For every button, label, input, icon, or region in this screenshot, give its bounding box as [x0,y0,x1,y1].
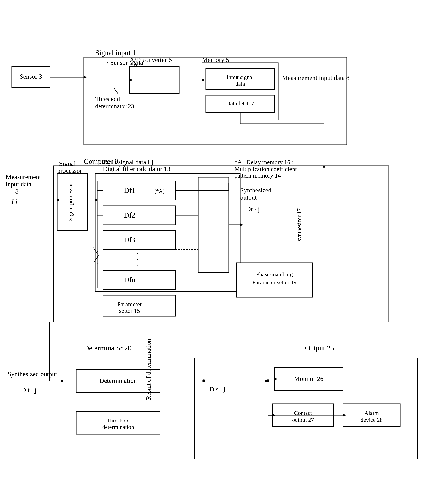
svg-text:Result of determination: Result of determination [145,339,152,400]
svg-text:/ Sensor signal: / Sensor signal [107,59,145,66]
svg-text:Measurement input data 8: Measurement input data 8 [282,74,350,81]
svg-marker-96 [61,380,64,382]
svg-text:Signal: Signal [59,160,76,167]
svg-text:output 27: output 27 [292,417,314,423]
svg-text:data: data [235,81,245,87]
svg-marker-69 [57,199,60,201]
svg-rect-47 [103,231,175,250]
svg-text:Dfn: Dfn [124,276,135,284]
svg-rect-106 [273,404,333,427]
svg-text:Determinator 20: Determinator 20 [84,344,131,352]
svg-text:Phase-matching: Phase-matching [256,271,293,277]
svg-rect-35 [57,173,88,231]
svg-rect-42 [103,181,175,200]
svg-rect-29 [53,166,389,322]
svg-rect-87 [61,358,194,459]
svg-rect-103 [265,358,417,459]
svg-text:Multiplication coefficient: Multiplication coefficient [234,165,297,172]
svg-text:determination: determination [102,424,134,430]
svg-text:Df1: Df1 [124,186,135,194]
svg-text:Determination: Determination [100,377,137,384]
svg-text:synthesizer 17: synthesizer 17 [296,208,302,241]
svg-text:D s · j: D s · j [210,386,225,393]
svg-text:D t · j: D t · j [21,386,37,394]
svg-text:I j: I j [11,198,17,205]
svg-text:·: · [136,255,138,264]
svg-text:Threshold: Threshold [95,95,120,102]
svg-text:Synthesized output: Synthesized output [8,370,57,378]
svg-text:·: · [136,261,138,269]
svg-text:Measurement: Measurement [6,173,41,180]
svg-rect-90 [76,411,160,434]
svg-text:(*A): (*A) [154,188,165,194]
svg-marker-18 [84,76,87,79]
svg-text:processor: processor [57,167,82,174]
svg-text:Df3: Df3 [124,236,135,244]
svg-text:Computer 9: Computer 9 [84,157,118,165]
svg-rect-8 [206,95,275,112]
svg-rect-5 [206,69,275,90]
svg-text:Monitor 26: Monitor 26 [294,375,323,382]
svg-text:determinator 23: determinator 23 [95,103,134,109]
svg-text:A/D converter 6: A/D converter 6 [129,56,172,63]
svg-marker-20 [129,79,133,81]
svg-marker-119 [343,414,346,417]
svg-rect-41 [95,173,240,291]
svg-text:8: 8 [15,188,18,195]
svg-text:Contact: Contact [294,410,312,416]
svg-text:Output 25: Output 25 [305,344,334,352]
svg-marker-83 [240,224,243,226]
svg-point-100 [203,379,205,382]
svg-rect-3 [129,67,179,93]
svg-text:device 28: device 28 [360,417,383,423]
svg-marker-113 [275,378,277,380]
svg-text:Parameter setter 19: Parameter setter 19 [252,279,296,285]
svg-rect-52 [103,270,175,289]
svg-rect-54 [103,295,175,316]
svg-text:Threshold: Threshold [107,417,130,424]
svg-rect-65 [236,263,313,297]
svg-text:Memory 5: Memory 5 [202,56,229,63]
svg-text:Dt · j: Dt · j [246,205,260,213]
svg-text:Signal input 1: Signal input 1 [95,49,136,57]
svg-marker-71 [95,199,98,201]
svg-text:*A ; Delay memory 16 ;: *A ; Delay memory 16 ; [234,159,294,165]
svg-marker-22 [202,79,205,81]
svg-text:Df2: Df2 [124,211,135,219]
svg-text:Input signal: Input signal [227,74,254,80]
svg-text:Sensor 3: Sensor 3 [20,73,42,80]
svg-rect-1 [12,67,50,88]
svg-line-85 [94,255,98,263]
svg-text:Data fetch 7: Data fetch 7 [226,100,254,107]
svg-marker-117 [273,414,276,417]
svg-text:Synthesized: Synthesized [240,187,271,194]
diagram-lines: Sensor 3 Input signal data Data fetch 7 … [0,0,433,504]
svg-rect-57 [198,177,229,272]
svg-text:Alarm: Alarm [364,410,379,416]
svg-text:output: output [240,194,257,201]
svg-text:input data: input data [6,180,31,188]
svg-line-84 [93,248,98,255]
svg-text:·: · [96,253,98,262]
svg-rect-0 [84,57,347,145]
svg-text:setter 15: setter 15 [119,307,140,314]
svg-marker-27 [323,166,325,169]
svg-rect-109 [343,404,400,427]
svg-rect-88 [76,369,160,392]
svg-point-114 [267,379,269,382]
svg-text:·: · [96,259,98,267]
svg-marker-99 [265,380,268,382]
svg-rect-4 [202,63,278,120]
svg-text:Input signal data I j: Input signal data I j [103,159,153,165]
svg-text:Digital filter calculator 13: Digital filter calculator 13 [103,165,170,172]
svg-text:·: · [136,249,138,258]
svg-text:Signal processor: Signal processor [67,183,74,221]
page-title [0,0,433,11]
svg-line-28 [114,88,118,93]
svg-text:Parameter: Parameter [117,301,142,308]
svg-text:·: · [96,247,98,256]
svg-text:pattern memory 14: pattern memory 14 [234,172,281,179]
svg-rect-45 [103,206,175,225]
svg-rect-104 [275,368,343,390]
